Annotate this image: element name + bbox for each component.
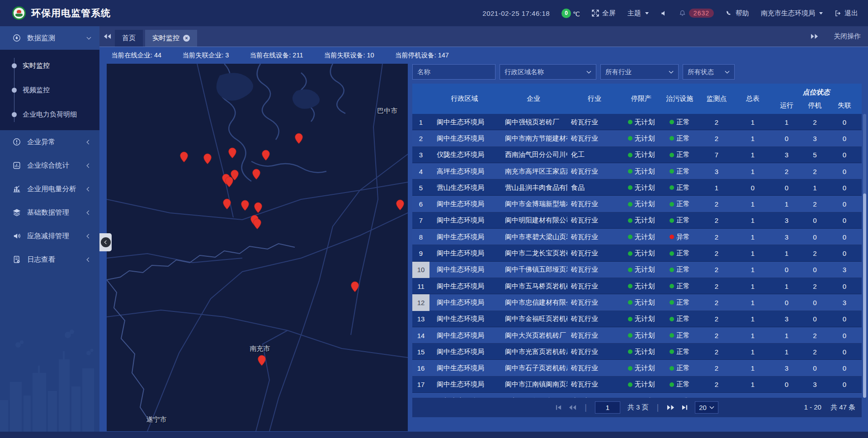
table-row[interactable]: 1阆中生态环境局阆中强锐页岩砖厂砖瓦行业无计划正常21120 <box>412 114 862 130</box>
logout-label: 退出 <box>844 9 858 18</box>
vertical-scrollbar[interactable] <box>863 114 866 398</box>
sidebar-item-企业电力负荷明细[interactable]: 企业电力负荷明细 <box>0 102 99 127</box>
table-row[interactable]: 14阆中生态环境局阆中大兴页岩机砖厂砖瓦行业无计划正常21120 <box>412 327 862 344</box>
company-cell: 阆中市忠信建材有限公 <box>500 294 567 311</box>
limit-status-cell: 无计划 <box>622 130 661 146</box>
facility-status-cell: 正常 <box>661 294 698 311</box>
meters-cell: 2 <box>735 393 771 398</box>
map-pin[interactable] <box>252 169 260 180</box>
table-row[interactable]: 6阆中生态环境局阆中市金博瑞新型墙材砖瓦行业无计划正常21120 <box>412 196 862 212</box>
map-pin[interactable] <box>203 153 212 165</box>
map-pin[interactable] <box>180 151 188 163</box>
logout-button[interactable]: 退出 <box>835 9 858 18</box>
prev-page-button[interactable] <box>569 405 576 410</box>
status-dot-icon <box>670 136 674 141</box>
table-row[interactable]: 15阆中生态环境局阆中市光富页岩机砖厂砖瓦行业无计划正常21120 <box>412 344 862 360</box>
table-row[interactable]: 18南部生态环境局南部县双华页岩有限公建材加工无计划正常62060 <box>412 393 862 398</box>
page-size-select[interactable]: 20 <box>695 401 718 414</box>
status-dot-icon <box>628 366 632 371</box>
map-collapse-button[interactable] <box>99 233 112 251</box>
sidebar-item-日志查看[interactable]: 日志查看 <box>0 248 99 271</box>
table-row[interactable]: 9阆中生态环境局阆中市二龙长宝页岩砖砖瓦行业无计划正常21120 <box>412 245 862 261</box>
status-text: 无计划 <box>635 118 655 127</box>
industry-cell: 砖瓦行业 <box>567 212 622 229</box>
next-page-button[interactable] <box>667 405 675 410</box>
range-label: 1 - 20 <box>804 403 821 412</box>
status-text: 无计划 <box>635 249 655 258</box>
notification-button[interactable]: 2632 <box>679 9 714 18</box>
map-pin[interactable] <box>351 281 359 292</box>
table-row[interactable]: 12阆中生态环境局阆中市忠信建材有限公砖瓦行业无计划正常21003 <box>412 294 862 311</box>
row-index-cell: 6 <box>412 196 429 212</box>
region-select[interactable]: 行政区域名称 <box>500 64 596 80</box>
tab-scroll-right-button[interactable] <box>807 26 822 47</box>
industry-select[interactable]: 所有行业 <box>600 64 679 80</box>
table-row[interactable]: 4高坪生态环境局南充市高坪区王家店建砖瓦行业无计划正常31220 <box>412 163 862 179</box>
table-row[interactable]: 10阆中生态环境局阆中千佛镇五郎垭页岩砖瓦行业无计划正常21003 <box>412 262 862 278</box>
close-operations-button[interactable]: 关闭操作 <box>834 32 861 41</box>
table-row[interactable]: 2阆中生态环境局阆中市南方节能建材有砖瓦行业无计划正常21030 <box>412 130 862 146</box>
table-row[interactable]: 13阆中生态环境局阆中市金福旺页岩机砖砖瓦行业无计划正常21300 <box>412 311 862 327</box>
status-select[interactable]: 所有状态 <box>683 64 735 80</box>
fullscreen-button[interactable]: 全屏 <box>592 9 616 18</box>
map-pin[interactable] <box>231 170 239 181</box>
tab-实时监控[interactable]: 实时监控× <box>145 30 197 47</box>
stats-icon <box>13 161 21 170</box>
sidebar-item-实时监控[interactable]: 实时监控 <box>0 53 99 78</box>
map-pin[interactable] <box>262 150 270 161</box>
sidebar: 数据监测实时监控视频监控企业电力负荷明细企业异常企业综合统计企业用电量分析基础数… <box>0 26 99 432</box>
map-canvas[interactable]: 巴中市南充市遂宁市 <box>107 64 408 431</box>
map-pin[interactable] <box>258 355 266 366</box>
bar-chart-icon <box>13 185 21 193</box>
run-cell: 0 <box>771 130 802 146</box>
meters-cell: 1 <box>735 294 771 311</box>
table-row[interactable]: 11阆中生态环境局阆中市五马桥页岩机砖砖瓦行业无计划正常21120 <box>412 278 862 294</box>
table-row[interactable]: 8阆中生态环境局阆中市枣碧大梁山页岩砖瓦行业无计划异常21300 <box>412 229 862 245</box>
lost-cell: 0 <box>827 327 862 344</box>
meters-cell: 1 <box>735 360 771 376</box>
map-pin[interactable] <box>396 199 404 211</box>
fullscreen-icon <box>592 9 599 17</box>
first-page-button[interactable] <box>556 405 561 410</box>
enterprise-panel: 行政区域名称 所有行业 所有状态 行政区域企业行业停限产治污设施监测点总表点位状… <box>412 64 862 431</box>
mute-button[interactable] <box>660 10 667 17</box>
map-pin[interactable] <box>253 218 261 230</box>
map-pin[interactable] <box>241 200 249 211</box>
map-pin[interactable] <box>295 133 303 144</box>
status-text: 正常 <box>676 167 690 176</box>
table-row[interactable]: 5营山生态环境局营山县润丰肉食品有限食品无计划正常10010 <box>412 179 862 196</box>
map-pin[interactable] <box>228 147 236 159</box>
tab-首页[interactable]: 首页 <box>115 30 143 47</box>
tab-scroll-left-button[interactable] <box>99 26 115 47</box>
sidebar-item-企业用电量分析[interactable]: 企业用电量分析 <box>0 177 99 201</box>
sidebar-item-企业综合统计[interactable]: 企业综合统计 <box>0 154 99 177</box>
lost-cell: 0 <box>827 196 862 212</box>
map-pin[interactable] <box>223 198 231 210</box>
run-cell: 3 <box>771 147 802 163</box>
last-page-button[interactable] <box>682 405 688 410</box>
lost-cell: 0 <box>827 114 862 130</box>
sidebar-item-数据监测[interactable]: 数据监测 <box>0 26 99 50</box>
sidebar-item-视频监控[interactable]: 视频监控 <box>0 78 99 102</box>
sidebar-item-企业异常[interactable]: 企业异常 <box>0 130 99 154</box>
table-row[interactable]: 3仪陇生态环境局西南油气田分公司川中化工无计划正常71350 <box>412 147 862 163</box>
help-button[interactable]: 帮助 <box>726 9 749 18</box>
table-row[interactable]: 7阆中生态环境局阆中明阳建材有限公司砖瓦行业无计划正常21300 <box>412 212 862 229</box>
sidebar-item-label: 基础数据管理 <box>27 208 87 217</box>
org-menu[interactable]: 南充市生态环境局 <box>761 9 823 18</box>
page-input[interactable] <box>595 401 620 414</box>
run-cell: 0 <box>771 179 802 196</box>
status-dot-icon <box>628 120 632 124</box>
sidebar-item-基础数据管理[interactable]: 基础数据管理 <box>0 201 99 224</box>
scrollbar-thumb[interactable] <box>863 193 866 398</box>
sidebar-item-应急减排管理[interactable]: 应急减排管理 <box>0 224 99 248</box>
status-text: 正常 <box>676 380 690 389</box>
tab-close-icon[interactable]: × <box>183 35 190 42</box>
table-row[interactable]: 17阆中生态环境局阆中市江南镇阆南页岩砖瓦行业无计划正常21030 <box>412 377 862 393</box>
limit-status-cell: 无计划 <box>622 262 661 278</box>
map-pin[interactable] <box>254 202 262 213</box>
table-row[interactable]: 16阆中生态环境局阆中市石子页岩机砖厂砖瓦行业无计划正常21300 <box>412 360 862 376</box>
points-cell: 2 <box>698 130 735 146</box>
theme-button[interactable]: 主题 <box>627 9 649 18</box>
name-input[interactable] <box>417 68 491 75</box>
